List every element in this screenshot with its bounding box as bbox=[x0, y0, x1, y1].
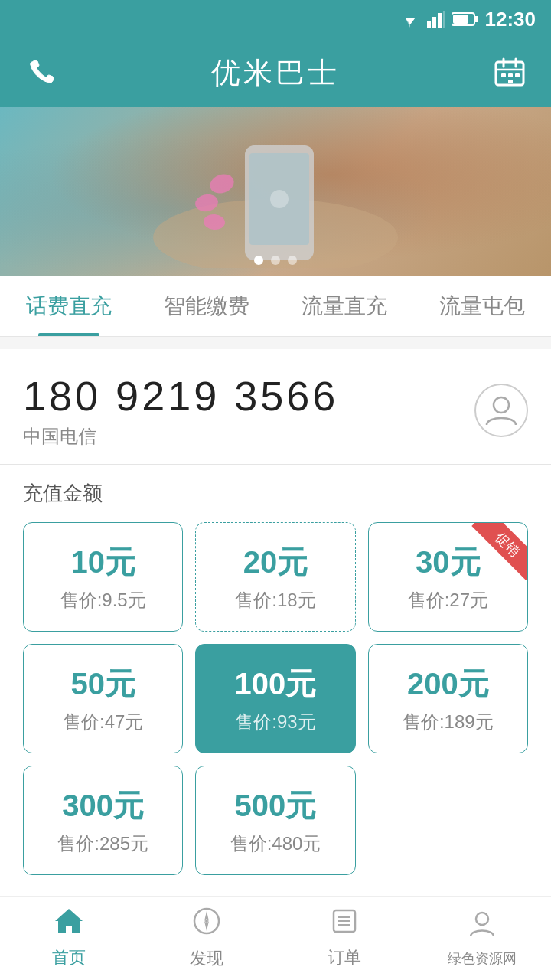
recharge-section: 充值金额 10元 售价:9.5元 20元 售价:18元 促销 30元 售价:27… bbox=[0, 465, 551, 898]
battery-icon bbox=[452, 11, 479, 27]
recharge-label: 充值金额 bbox=[23, 480, 528, 507]
phone-operator: 中国电信 bbox=[23, 424, 338, 449]
banner bbox=[0, 107, 551, 276]
compass-icon bbox=[192, 906, 221, 942]
banner-dot-1 bbox=[254, 256, 263, 265]
banner-illustration bbox=[122, 115, 429, 268]
amount-grid: 10元 售价:9.5元 20元 售价:18元 促销 30元 售价:27元 50元… bbox=[23, 522, 528, 875]
svg-point-21 bbox=[207, 171, 236, 196]
svg-rect-3 bbox=[427, 21, 431, 28]
svg-rect-6 bbox=[443, 11, 445, 28]
svg-rect-16 bbox=[508, 80, 513, 83]
amount-card-300[interactable]: 300元 售价:285元 bbox=[23, 766, 183, 875]
nav-discover[interactable]: 发现 bbox=[138, 897, 276, 980]
status-bar: 12:30 bbox=[0, 0, 551, 38]
phone-number[interactable]: 180 9219 3566 bbox=[23, 372, 338, 420]
amount-card-30[interactable]: 促销 30元 售价:27元 bbox=[368, 522, 528, 632]
svg-rect-17 bbox=[515, 74, 520, 77]
wifi-icon bbox=[399, 11, 421, 28]
time-display: 12:30 bbox=[485, 8, 536, 31]
home-icon bbox=[54, 907, 84, 942]
svg-marker-1 bbox=[406, 18, 415, 28]
svg-rect-15 bbox=[508, 74, 513, 77]
banner-dot-3 bbox=[288, 256, 297, 265]
amount-card-20[interactable]: 20元 售价:18元 bbox=[195, 522, 355, 632]
svg-rect-8 bbox=[474, 16, 478, 22]
amount-card-500[interactable]: 500元 售价:480元 bbox=[195, 766, 355, 875]
svg-rect-4 bbox=[432, 17, 436, 28]
svg-rect-5 bbox=[438, 13, 442, 28]
bottom-nav: 首页 发现 订单 bbox=[0, 896, 551, 980]
amount-card-10[interactable]: 10元 售价:9.5元 bbox=[23, 522, 183, 632]
tab-huafei[interactable]: 话费直充 bbox=[0, 276, 138, 336]
svg-point-34 bbox=[476, 913, 488, 925]
signal-icon bbox=[427, 11, 445, 28]
amount-card-200[interactable]: 200元 售价:189元 bbox=[368, 644, 528, 753]
phone-icon[interactable] bbox=[23, 54, 60, 91]
nav-orders[interactable]: 订单 bbox=[276, 897, 413, 980]
nav-orders-label: 订单 bbox=[328, 946, 361, 969]
phone-section: 180 9219 3566 中国电信 bbox=[0, 349, 551, 465]
tab-bar: 话费直充 智能缴费 流量直充 流量屯包 bbox=[0, 276, 551, 337]
svg-rect-9 bbox=[453, 15, 468, 24]
calendar-icon[interactable] bbox=[491, 54, 528, 91]
svg-point-27 bbox=[205, 920, 208, 923]
tab-tunbao[interactable]: 流量屯包 bbox=[413, 276, 551, 336]
user-icon bbox=[468, 909, 497, 945]
svg-rect-14 bbox=[501, 74, 506, 77]
banner-dot-2 bbox=[271, 256, 280, 265]
app-title: 优米巴士 bbox=[211, 54, 340, 93]
nav-user[interactable]: 绿色资源网 bbox=[413, 897, 551, 980]
app-header: 优米巴士 bbox=[0, 38, 551, 107]
svg-point-24 bbox=[270, 190, 289, 208]
banner-dots bbox=[254, 256, 297, 265]
tab-liuliang[interactable]: 流量直充 bbox=[276, 276, 413, 336]
tab-zhineng[interactable]: 智能缴费 bbox=[138, 276, 276, 336]
amount-card-100[interactable]: 100元 售价:93元 bbox=[195, 644, 355, 753]
nav-discover-label: 发现 bbox=[190, 947, 223, 970]
promo-badge: 促销 bbox=[471, 522, 528, 580]
nav-user-label: 绿色资源网 bbox=[448, 949, 517, 968]
amount-card-50[interactable]: 50元 售价:47元 bbox=[23, 644, 183, 753]
svg-point-25 bbox=[494, 397, 509, 413]
nav-home[interactable]: 首页 bbox=[0, 897, 138, 980]
user-avatar-icon[interactable] bbox=[474, 384, 528, 437]
list-icon bbox=[331, 907, 358, 942]
nav-home-label: 首页 bbox=[52, 946, 86, 969]
